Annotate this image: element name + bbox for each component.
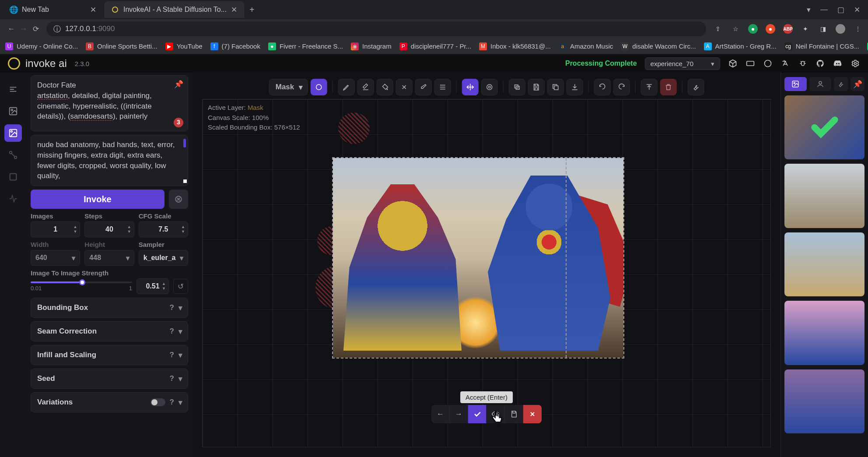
keyboard-icon[interactable] <box>746 59 755 68</box>
minimize-icon[interactable]: — <box>820 5 828 14</box>
save-staging-button[interactable] <box>505 405 523 423</box>
bookmark[interactable]: MInbox - klk56831@... <box>479 42 551 50</box>
chevron-down-icon[interactable]: ▾ <box>807 5 811 14</box>
new-tab-button[interactable]: + <box>245 5 259 15</box>
cube-icon[interactable] <box>728 59 738 68</box>
scroll-thumb[interactable] <box>183 139 186 148</box>
clear-icon[interactable] <box>396 79 412 95</box>
sampler-select[interactable]: k_euler_a <box>139 250 188 266</box>
kebab-menu-icon[interactable]: ⋮ <box>853 24 863 34</box>
language-icon[interactable] <box>780 59 790 68</box>
close-window-icon[interactable]: ✕ <box>854 5 860 14</box>
redo-icon[interactable] <box>613 79 630 95</box>
bookmark[interactable]: cgNeil Fontaine | CGS... <box>784 42 860 50</box>
txt2img-tab[interactable] <box>4 81 22 98</box>
prompt-input[interactable]: Doctor Fate artstation, detailed, digita… <box>31 75 188 131</box>
bookmark[interactable]: Wdisable Wacom Circ... <box>621 42 696 50</box>
prev-button[interactable]: ← <box>431 405 450 423</box>
canvas-grid[interactable]: Active Layer: Mask Canvas Scale: 100% Sc… <box>202 99 771 447</box>
pin-icon[interactable]: 📌 <box>174 79 183 90</box>
cfg-input[interactable]: 7.5▲▼ <box>139 221 188 237</box>
copy-icon[interactable] <box>547 79 564 95</box>
nodes-tab[interactable] <box>4 146 22 164</box>
gallery-pin-icon[interactable]: 📌 <box>850 77 864 91</box>
share-icon[interactable]: ⇪ <box>713 24 723 34</box>
bookmark[interactable]: Pdiscipleneil777 - Pr... <box>399 42 471 50</box>
browser-tab[interactable]: InvokeAI - A Stable Diffusion To... ✕ <box>104 1 244 18</box>
help-icon[interactable]: ? <box>170 351 174 359</box>
gallery-thumb[interactable] <box>784 164 864 228</box>
bookmark[interactable]: AArtStation - Greg R... <box>704 42 777 50</box>
gallery-settings-icon[interactable] <box>834 77 848 91</box>
bounding-box-accordion[interactable]: Bounding Box?▾ <box>31 298 188 318</box>
reset-button[interactable]: ↺ <box>173 279 188 294</box>
help-icon[interactable]: ? <box>170 398 174 407</box>
discord-icon[interactable] <box>833 59 843 68</box>
img2img-tab[interactable] <box>4 102 22 120</box>
next-button[interactable]: → <box>450 405 468 423</box>
bookmark[interactable]: ▶YouTube <box>165 42 203 50</box>
save-icon[interactable] <box>528 79 544 95</box>
forward-button[interactable]: → <box>18 25 30 33</box>
browser-tab[interactable]: 🌐 New Tab ✕ <box>3 1 103 18</box>
variations-toggle[interactable] <box>150 398 165 406</box>
i2i-strength-slider[interactable] <box>31 281 132 283</box>
url-input[interactable]: ⓘ 127.0.0.1:9090 <box>46 21 706 36</box>
bookmark[interactable]: ◉Instagram <box>351 42 392 50</box>
extension-icon[interactable]: ● <box>748 24 758 34</box>
help-icon[interactable]: ? <box>170 327 174 336</box>
back-button[interactable]: ← <box>5 25 18 33</box>
discard-button[interactable] <box>523 405 542 423</box>
model-select[interactable]: experience_70 <box>645 57 720 70</box>
bookmark[interactable]: BOnline Sports Betti... <box>86 42 158 50</box>
eraser-icon[interactable] <box>357 79 374 95</box>
layer-select[interactable]: Mask <box>269 79 308 95</box>
maximize-icon[interactable]: ▢ <box>837 5 844 14</box>
generated-image[interactable] <box>332 157 624 359</box>
gallery-thumb[interactable] <box>784 95 864 159</box>
info-icon[interactable]: ⓘ <box>53 24 61 34</box>
training-tab[interactable] <box>4 190 22 207</box>
gallery-thumb[interactable] <box>784 232 864 296</box>
bookmark[interactable]: ●Fiverr - Freelance S... <box>268 42 343 50</box>
accept-button[interactable] <box>468 405 486 423</box>
upload-icon[interactable] <box>640 79 657 95</box>
width-select[interactable]: 640 <box>31 250 80 266</box>
sidepanel-icon[interactable]: ◨ <box>818 24 828 34</box>
profile-avatar[interactable] <box>836 24 845 34</box>
extension-icon[interactable]: ● <box>766 24 775 34</box>
bookmark[interactable]: f(7) Facebook <box>210 42 260 50</box>
gallery-user-tab[interactable] <box>809 77 832 91</box>
merge-icon[interactable] <box>508 79 525 95</box>
close-icon[interactable]: ✕ <box>90 5 96 14</box>
cancel-button[interactable] <box>169 190 188 209</box>
undo-icon[interactable] <box>594 79 610 95</box>
download-icon[interactable] <box>566 79 583 95</box>
bookmark[interactable]: UUdemy - Online Co... <box>5 42 78 50</box>
images-input[interactable]: 1▲▼ <box>31 221 80 237</box>
i2i-strength-input[interactable]: 0.51▲▼ <box>136 278 169 294</box>
resize-handle-icon[interactable] <box>183 179 187 183</box>
seed-accordion[interactable]: Seed?▾ <box>31 369 188 389</box>
gallery-thumb[interactable] <box>784 301 864 365</box>
extensions-icon[interactable]: ✦ <box>801 24 810 34</box>
seam-correction-accordion[interactable]: Seam Correction?▾ <box>31 321 188 341</box>
gallery-thumb[interactable] <box>784 369 864 433</box>
variations-accordion[interactable]: Variations?▾ <box>31 392 188 412</box>
bookmark[interactable]: aAmazon Music <box>559 42 613 50</box>
fill-icon[interactable] <box>376 79 393 95</box>
palette-icon[interactable] <box>763 59 773 68</box>
adblock-icon[interactable]: ABP <box>783 24 793 34</box>
list-icon[interactable] <box>434 79 451 95</box>
delete-icon[interactable] <box>660 79 676 95</box>
transform-icon[interactable] <box>481 79 497 95</box>
color-picker-icon[interactable] <box>415 79 431 95</box>
gallery-results-tab[interactable] <box>784 77 807 91</box>
move-tool[interactable] <box>462 79 478 95</box>
close-icon[interactable]: ✕ <box>231 5 237 14</box>
negative-prompt-input[interactable]: nude bad anatomy, bad hands, text, error… <box>31 135 188 186</box>
pencil-icon[interactable] <box>338 79 354 95</box>
steps-input[interactable]: 40▲▼ <box>84 221 134 237</box>
brush-tool[interactable] <box>310 79 327 95</box>
height-select[interactable]: 448 <box>84 250 134 266</box>
